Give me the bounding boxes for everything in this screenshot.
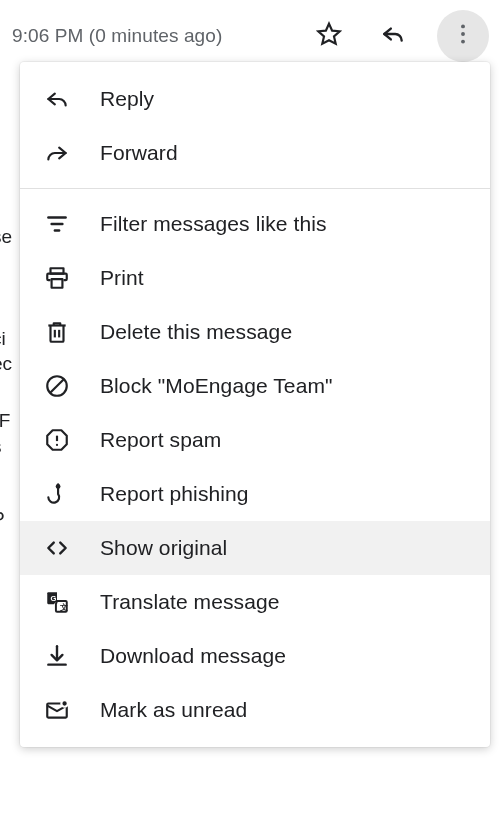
- bg-text-fragment: "F s: [0, 408, 10, 459]
- more-button[interactable]: [437, 10, 489, 62]
- header-actions: [309, 10, 489, 62]
- menu-item-label: Block "MoEngage Team": [100, 374, 333, 398]
- menu-item-label: Show original: [100, 536, 227, 560]
- menu-item-forward[interactable]: Forward: [20, 126, 490, 180]
- svg-text:文: 文: [59, 603, 68, 612]
- menu-item-label: Report spam: [100, 428, 221, 452]
- menu-item-delete[interactable]: Delete this message: [20, 305, 490, 359]
- bg-text-fragment: P: [0, 506, 5, 532]
- menu-item-show-original[interactable]: Show original: [20, 521, 490, 575]
- menu-item-label: Print: [100, 266, 144, 290]
- download-icon: [44, 643, 70, 669]
- menu-item-label: Mark as unread: [100, 698, 247, 722]
- menu-item-translate[interactable]: G文 Translate message: [20, 575, 490, 629]
- block-icon: [44, 373, 70, 399]
- menu-item-block[interactable]: Block "MoEngage Team": [20, 359, 490, 413]
- star-outline-icon: [316, 21, 342, 51]
- svg-point-0: [461, 24, 465, 28]
- more-vertical-icon: [450, 21, 476, 51]
- menu-item-label: Filter messages like this: [100, 212, 327, 236]
- menu-item-print[interactable]: Print: [20, 251, 490, 305]
- menu-item-label: Forward: [100, 141, 178, 165]
- menu-item-label: Delete this message: [100, 320, 292, 344]
- svg-point-2: [461, 40, 465, 44]
- svg-line-11: [50, 379, 64, 393]
- message-more-menu: Reply Forward Filter messages like this …: [20, 62, 490, 747]
- menu-item-label: Translate message: [100, 590, 280, 614]
- menu-item-label: Download message: [100, 644, 286, 668]
- menu-item-spam[interactable]: Report spam: [20, 413, 490, 467]
- menu-item-mark-unread[interactable]: Mark as unread: [20, 683, 490, 737]
- menu-item-label: Report phishing: [100, 482, 249, 506]
- menu-item-phishing[interactable]: Report phishing: [20, 467, 490, 521]
- menu-divider: [20, 188, 490, 189]
- menu-item-download[interactable]: Download message: [20, 629, 490, 683]
- bg-text-fragment: t ci ec: [0, 300, 12, 377]
- bg-text-fragment: t se: [0, 198, 12, 249]
- menu-item-label: Reply: [100, 87, 154, 111]
- code-icon: [44, 535, 70, 561]
- filter-icon: [44, 211, 70, 237]
- reply-button[interactable]: [373, 16, 413, 56]
- translate-icon: G文: [44, 589, 70, 615]
- timestamp: 9:06 PM (0 minutes ago): [12, 25, 222, 47]
- phishing-icon: [44, 481, 70, 507]
- svg-point-1: [461, 32, 465, 36]
- menu-item-filter[interactable]: Filter messages like this: [20, 197, 490, 251]
- mark-unread-icon: [44, 697, 70, 723]
- forward-icon: [44, 140, 70, 166]
- menu-item-reply[interactable]: Reply: [20, 72, 490, 126]
- trash-icon: [44, 319, 70, 345]
- print-icon: [44, 265, 70, 291]
- star-button[interactable]: [309, 16, 349, 56]
- message-header-bar: 9:06 PM (0 minutes ago): [0, 0, 503, 70]
- svg-point-13: [56, 444, 58, 446]
- svg-point-20: [61, 700, 68, 707]
- svg-rect-7: [52, 279, 63, 288]
- svg-text:G: G: [51, 594, 57, 603]
- svg-point-14: [56, 484, 61, 489]
- spam-icon: [44, 427, 70, 453]
- reply-icon: [44, 86, 70, 112]
- reply-arrow-icon: [380, 21, 406, 51]
